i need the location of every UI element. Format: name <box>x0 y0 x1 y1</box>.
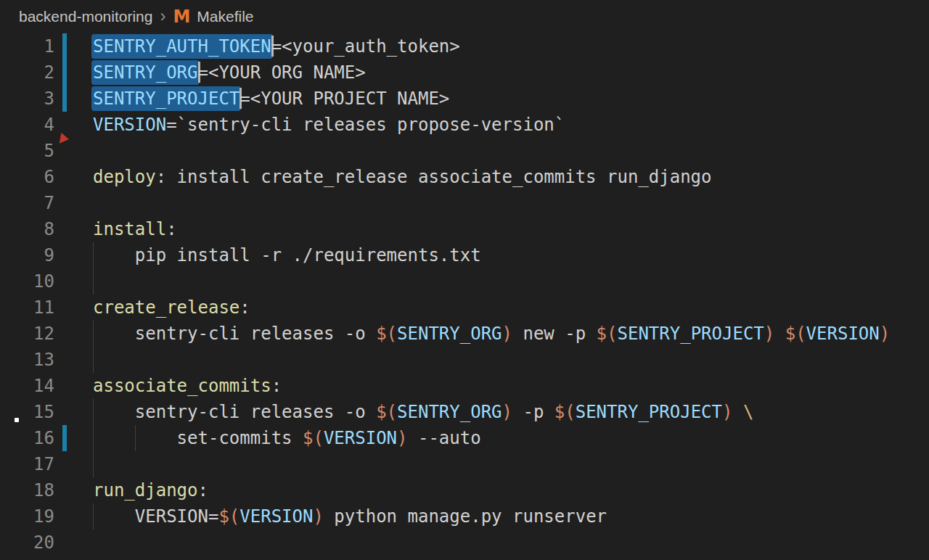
code-line[interactable]: 11create_release: <box>0 295 929 321</box>
code-token: $( <box>785 324 806 344</box>
code-token: $( <box>376 402 397 422</box>
selected-text: SENTRY_AUTH_TOKEN <box>91 34 273 59</box>
code-token: --auto <box>408 428 481 448</box>
code-token: : <box>166 219 176 239</box>
gutter-modified-indicator <box>62 59 67 86</box>
breadcrumb-file[interactable]: M Makefile <box>173 7 253 27</box>
code-token: create_release <box>93 297 240 318</box>
line-number[interactable]: 11 <box>0 295 54 321</box>
line-number[interactable]: 20 <box>0 530 54 556</box>
code-line[interactable]: 1SENTRY_AUTH_TOKEN=<your_auth_token> <box>0 33 929 59</box>
code-token: VERSION <box>324 428 397 448</box>
line-number[interactable]: 7 <box>0 190 54 216</box>
line-number[interactable]: 1 <box>0 33 54 59</box>
code-line[interactable]: 17 <box>0 451 929 477</box>
line-number[interactable]: 14 <box>0 373 54 399</box>
code-token: VERSION <box>806 324 880 344</box>
code-token: install <box>93 219 166 239</box>
code-line-text: VERSION=`sentry-cli releases propose-ver… <box>93 112 565 138</box>
code-line-text: SENTRY_AUTH_TOKEN=<your_auth_token> <box>93 33 460 59</box>
code-line-text: SENTRY_ORG=<YOUR ORG NAME> <box>93 59 366 86</box>
code-token: associate_commits <box>93 376 271 396</box>
code-token: sentry-cli releases -o <box>93 324 376 344</box>
line-number[interactable]: 8 <box>0 216 54 242</box>
line-number[interactable]: 9 <box>0 242 54 268</box>
code-token: ) <box>397 428 407 448</box>
code-line-text: set-commits $(VERSION) --auto <box>93 425 481 451</box>
editor-content[interactable]: 1SENTRY_AUTH_TOKEN=<your_auth_token>2SEN… <box>0 33 929 556</box>
code-token: set-commits <box>93 428 303 448</box>
code-line-text: SENTRY_PROJECT=<YOUR PROJECT NAME> <box>93 86 449 112</box>
line-number[interactable]: 15 <box>0 399 54 425</box>
code-token: : <box>198 480 208 501</box>
code-token: : install create_release associate_commi… <box>156 167 712 187</box>
code-editor-window: backend-monitoring › M Makefile 1SENTRY_… <box>0 0 929 560</box>
line-number[interactable]: 17 <box>0 451 54 477</box>
code-line[interactable]: 5 <box>0 138 929 164</box>
code-token: deploy <box>93 167 156 187</box>
code-line-text: deploy: install create_release associate… <box>93 164 712 190</box>
code-line[interactable]: 15 sentry-cli releases -o $(SENTRY_ORG) … <box>0 399 929 425</box>
code-token: $( <box>554 402 576 422</box>
code-line[interactable]: 3SENTRY_PROJECT=<YOUR PROJECT NAME> <box>0 86 929 112</box>
line-number[interactable]: 10 <box>0 268 54 295</box>
chevron-right-icon: › <box>160 6 165 26</box>
code-token: $( <box>597 324 618 344</box>
line-number[interactable]: 18 <box>0 477 54 503</box>
line-number[interactable]: 5 <box>0 138 54 164</box>
code-token: VERSION <box>93 115 166 135</box>
code-line[interactable]: 2SENTRY_ORG=<YOUR ORG NAME> <box>0 59 929 86</box>
code-token: new -p <box>512 324 597 344</box>
line-number[interactable]: 16 <box>0 425 54 451</box>
code-token: VERSION <box>240 506 313 527</box>
code-line[interactable]: 12 sentry-cli releases -o $(SENTRY_ORG) … <box>0 321 929 347</box>
code-token: pip install -r ./requirements.txt <box>93 245 481 265</box>
code-token: run_django <box>93 480 198 501</box>
makefile-icon: M <box>173 7 190 27</box>
code-token: -p <box>512 402 554 422</box>
line-number[interactable]: 13 <box>0 347 54 373</box>
breadcrumb-file-label: Makefile <box>197 8 253 25</box>
code-line-text: install: <box>93 216 177 242</box>
code-line[interactable]: 6deploy: install create_release associat… <box>0 164 929 190</box>
gutter-modified-indicator <box>62 86 67 112</box>
line-number[interactable]: 19 <box>0 503 54 530</box>
code-line[interactable]: 9 pip install -r ./requirements.txt <box>0 242 929 268</box>
code-token: =<your_auth_token> <box>271 36 460 57</box>
breadcrumb-folder[interactable]: backend-monitoring <box>19 8 152 25</box>
code-token: $( <box>303 428 324 448</box>
line-number[interactable]: 3 <box>0 86 54 112</box>
code-line[interactable]: 4VERSION=`sentry-cli releases propose-ve… <box>0 112 929 138</box>
code-line-text: run_django: <box>93 477 208 503</box>
code-line[interactable]: 10 <box>0 268 929 295</box>
line-number[interactable]: 2 <box>0 59 54 86</box>
code-token: SENTRY_PROJECT <box>576 402 722 422</box>
gutter-modified-indicator <box>62 425 67 451</box>
code-line[interactable]: 18run_django: <box>0 477 929 503</box>
code-line[interactable]: 14associate_commits: <box>0 373 929 399</box>
line-number[interactable]: 12 <box>0 321 54 347</box>
code-line[interactable]: 20 <box>0 530 929 556</box>
selected-text: SENTRY_ORG <box>91 60 200 85</box>
code-token: VERSION= <box>93 506 218 527</box>
gutter-error-marker <box>60 133 70 145</box>
indent-guide <box>93 347 94 373</box>
code-token: $( <box>376 324 397 344</box>
line-number[interactable]: 4 <box>0 112 54 138</box>
code-line[interactable]: 19 VERSION=$(VERSION) python manage.py r… <box>0 503 929 530</box>
code-token: ) <box>313 506 323 527</box>
line-number[interactable]: 6 <box>0 164 54 190</box>
code-line-text: associate_commits: <box>93 373 282 399</box>
code-token: $( <box>218 506 240 527</box>
code-line-text: sentry-cli releases -o $(SENTRY_ORG) -p … <box>93 399 753 425</box>
code-token: ) <box>502 324 512 344</box>
code-line[interactable]: 7 <box>0 190 929 216</box>
mouse-cursor-dot <box>15 418 19 422</box>
code-token: SENTRY_PROJECT <box>618 324 764 344</box>
code-line[interactable]: 13 <box>0 347 929 373</box>
code-line[interactable]: 8install: <box>0 216 929 242</box>
code-line[interactable]: 16 set-commits $(VERSION) --auto <box>0 425 929 451</box>
code-token: : <box>271 376 282 396</box>
code-token <box>774 324 785 344</box>
code-token: : <box>240 297 250 318</box>
